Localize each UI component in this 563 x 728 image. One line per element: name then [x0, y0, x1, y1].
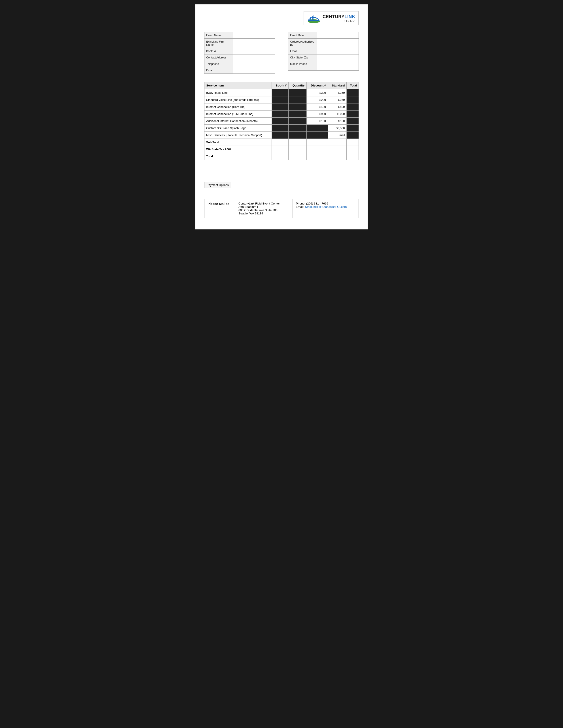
- form-left-value-0[interactable]: [233, 32, 274, 38]
- form-right-value-1[interactable]: [317, 39, 359, 48]
- form-right-row-2: Email: [288, 48, 359, 54]
- mail-address-line3: 800 Occidental Ave Suite 200: [238, 208, 277, 212]
- mail-row: Please Mail to CenturyLink Field Event C…: [204, 199, 359, 218]
- form-left-row-1: Exhibiting Firm Name: [204, 38, 275, 48]
- td-empty-tax-4: [328, 146, 347, 153]
- td-standard-4: $150: [328, 118, 347, 125]
- table-row-2: Internet Connection (Hard line)$400$500: [204, 103, 359, 111]
- td-booth-6: [272, 132, 289, 139]
- td-service-4: Additional Internet Connection (in booth…: [204, 118, 272, 125]
- logo-link-text: LINK: [345, 14, 355, 19]
- logo-centurylink: CENTURYLINK: [323, 14, 355, 19]
- td-discount-4: $100: [307, 118, 328, 125]
- logo-field-text: FIELD: [323, 19, 355, 23]
- page: CENTURYLINK FIELD Event Name Exhibiting …: [195, 4, 368, 229]
- logo-box: CENTURYLINK FIELD: [304, 11, 359, 25]
- mail-address-line2: Attn: Stadium IT: [238, 205, 260, 208]
- td-label-tax: WA State Tax 9.5%: [204, 146, 272, 153]
- td-quantity-2: [289, 103, 307, 111]
- form-right-value-5[interactable]: [317, 67, 359, 70]
- form-left-label-5: Email: [204, 67, 233, 73]
- td-empty-subtotal-5: [347, 139, 359, 146]
- form-section: Event Name Exhibiting Firm Name Booth # …: [204, 32, 359, 74]
- td-standard-1: $250: [328, 96, 347, 103]
- form-right-label-1: Ordered/Authorized By: [289, 39, 317, 48]
- form-right-row-1: Ordered/Authorized By: [288, 38, 359, 48]
- form-left-value-3[interactable]: [233, 54, 274, 61]
- mail-address-line4: Seattle, WA 98134: [238, 212, 263, 215]
- mail-address: CenturyLink Field Event Center Attn: Sta…: [235, 199, 293, 218]
- table-row-3: Internet Connection (10MB hard line)$900…: [204, 111, 359, 118]
- td-service-3: Internet Connection (10MB hard line): [204, 111, 272, 118]
- mail-to-label: Please Mail to: [204, 199, 235, 218]
- td-empty-subtotal-4: [328, 139, 347, 146]
- table-row-4: Additional Internet Connection (in booth…: [204, 118, 359, 125]
- td-booth-1: [272, 96, 289, 103]
- td-empty-subtotal-1: [272, 139, 289, 146]
- td-booth-0: [272, 89, 289, 96]
- form-left-col: Event Name Exhibiting Firm Name Booth # …: [204, 32, 275, 74]
- td-quantity-6: [289, 132, 307, 139]
- form-left-label-0: Event Name: [204, 32, 233, 38]
- form-left-value-5[interactable]: [233, 67, 274, 73]
- td-quantity-0: [289, 89, 307, 96]
- td-standard-2: $500: [328, 103, 347, 111]
- td-quantity-1: [289, 96, 307, 103]
- table-row-subtotal: Sub Total: [204, 139, 359, 146]
- td-booth-5: [272, 125, 289, 132]
- td-service-5: Custom SSID and Splash Page: [204, 125, 272, 132]
- logo-text-area: CENTURYLINK FIELD: [323, 14, 355, 23]
- form-left-row-3: Contact Address: [204, 54, 275, 61]
- form-right-row-0: Event Date: [288, 32, 359, 38]
- th-total: Total: [347, 82, 359, 89]
- payment-section: Payment Options: [204, 182, 359, 192]
- td-total-0: [347, 89, 359, 96]
- form-right-row-5: [288, 67, 359, 71]
- form-left-value-4[interactable]: [233, 61, 274, 67]
- form-left-label-3: Contact Address: [204, 54, 233, 61]
- td-total-6: [347, 132, 359, 139]
- form-left-row-2: Booth #: [204, 48, 275, 54]
- mail-contact: Phone: (206) 381 - 7669 Email: StadiumIT…: [293, 199, 359, 218]
- form-right-value-0[interactable]: [317, 32, 359, 38]
- td-standard-6: Email: [328, 132, 347, 139]
- spacer-1: [204, 169, 359, 175]
- form-right-value-3[interactable]: [317, 54, 359, 61]
- td-standard-5: $2,500: [328, 125, 347, 132]
- service-table: Service ItemBooth #QuantityDiscount**Sta…: [204, 82, 359, 160]
- td-standard-0: $350: [328, 89, 347, 96]
- td-empty-tax-3: [307, 146, 328, 153]
- form-left-label-4: Telephone: [204, 61, 233, 67]
- th-service_item: Service Item: [204, 82, 272, 89]
- td-total-1: [347, 96, 359, 103]
- td-empty-total-4: [328, 153, 347, 160]
- td-quantity-4: [289, 118, 307, 125]
- td-service-0: ISDN Radio Line: [204, 89, 272, 96]
- td-quantity-3: [289, 111, 307, 118]
- form-right-label-3: City, State, Zip: [289, 54, 317, 61]
- td-empty-total-2: [289, 153, 307, 160]
- form-right-value-4[interactable]: [317, 61, 359, 67]
- table-row-total: Total: [204, 153, 359, 160]
- form-right-value-2[interactable]: [317, 48, 359, 54]
- form-left-value-1[interactable]: [233, 39, 274, 48]
- form-right-label-4: Mobile Phone: [289, 61, 317, 67]
- td-quantity-5: [289, 125, 307, 132]
- td-standard-3: $1000: [328, 111, 347, 118]
- form-left-value-2[interactable]: [233, 48, 274, 54]
- td-label-subtotal: Sub Total: [204, 139, 272, 146]
- form-right-row-3: City, State, Zip: [288, 54, 359, 61]
- td-service-6: Misc. Services (Static IP, Technical Sup…: [204, 132, 272, 139]
- td-empty-total-5: [347, 153, 359, 160]
- mail-email-link[interactable]: StadiumIT@SeahawksFGI.com: [305, 205, 347, 208]
- td-empty-total-1: [272, 153, 289, 160]
- td-total-5: [347, 125, 359, 132]
- form-right-label-0: Event Date: [289, 32, 317, 38]
- td-discount-6: [307, 132, 328, 139]
- table-row-tax: WA State Tax 9.5%: [204, 146, 359, 153]
- payment-options-label: Payment Options: [204, 182, 231, 188]
- form-right-label-5: [289, 67, 317, 70]
- td-service-1: Standard Voice Line (and credit card, fa…: [204, 96, 272, 103]
- td-empty-tax-5: [347, 146, 359, 153]
- spacer-2: [204, 175, 359, 182]
